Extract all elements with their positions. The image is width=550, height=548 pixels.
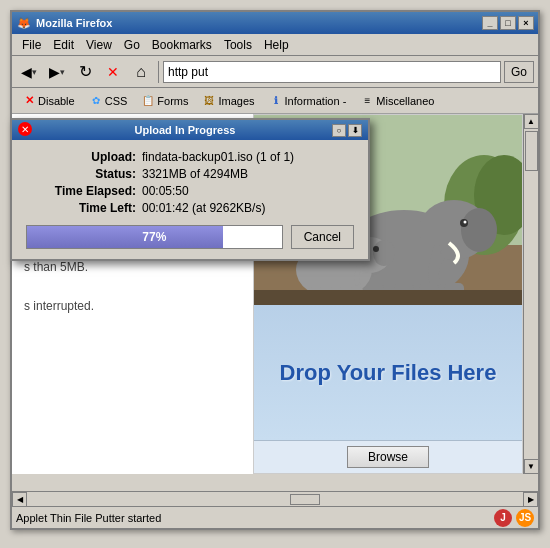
forward-button[interactable]: ▶▾ bbox=[44, 59, 70, 85]
progress-label: 77% bbox=[27, 230, 282, 244]
go-button[interactable]: Go bbox=[504, 61, 534, 83]
toolbar-separator bbox=[158, 61, 159, 83]
scroll-right-arrow[interactable]: ▶ bbox=[523, 492, 538, 507]
progress-row: 77% Cancel bbox=[26, 225, 354, 249]
svg-point-8 bbox=[464, 221, 467, 224]
menu-file[interactable]: File bbox=[16, 36, 47, 54]
menu-edit[interactable]: Edit bbox=[47, 36, 80, 54]
misc-icon: ≡ bbox=[360, 94, 374, 108]
window-controls: _ □ × bbox=[482, 16, 534, 30]
ext-disable[interactable]: ✕ Disable bbox=[16, 90, 81, 112]
svg-point-16 bbox=[373, 246, 379, 252]
scroll-thumb[interactable] bbox=[525, 131, 538, 171]
information-icon: ℹ bbox=[269, 94, 283, 108]
dialog-minimize[interactable]: ○ bbox=[332, 124, 346, 137]
close-button[interactable]: × bbox=[518, 16, 534, 30]
ext-misc[interactable]: ≡ Miscellaneo bbox=[354, 90, 440, 112]
status-row: Status: 3321MB of 4294MB bbox=[26, 167, 354, 181]
ext-images[interactable]: 🖼 Images bbox=[196, 90, 260, 112]
js-icon: JS bbox=[516, 509, 534, 527]
svg-point-15 bbox=[373, 240, 395, 266]
timeleft-label: Time Left: bbox=[26, 201, 136, 215]
address-bar: Go bbox=[163, 61, 534, 83]
toolbar: ◀▾ ▶▾ ↻ ✕ ⌂ Go bbox=[12, 56, 538, 88]
horizontal-scrollbar[interactable]: ◀ ▶ bbox=[12, 491, 538, 506]
status-value: 3321MB of 4294MB bbox=[142, 167, 248, 181]
disable-icon: ✕ bbox=[22, 94, 36, 108]
drop-text-area[interactable]: Drop Your Files Here bbox=[254, 305, 522, 440]
browse-button[interactable]: Browse bbox=[347, 446, 429, 468]
back-button[interactable]: ◀▾ bbox=[16, 59, 42, 85]
images-icon: 🖼 bbox=[202, 94, 216, 108]
browser-title: Mozilla Firefox bbox=[36, 17, 482, 29]
timeleft-row: Time Left: 00:01:42 (at 9262KB/s) bbox=[26, 201, 354, 215]
browser-icon: 🦊 bbox=[16, 15, 32, 31]
home-button[interactable]: ⌂ bbox=[128, 59, 154, 85]
dialog-title: Upload In Progress bbox=[38, 124, 332, 136]
status-text: Applet Thin File Putter started bbox=[16, 512, 490, 524]
menu-view[interactable]: View bbox=[80, 36, 118, 54]
scroll-up-arrow[interactable]: ▲ bbox=[524, 114, 539, 129]
svg-point-6 bbox=[461, 208, 497, 252]
status-label: Status: bbox=[26, 167, 136, 181]
menu-go[interactable]: Go bbox=[118, 36, 146, 54]
dialog-content: Upload: findata-backup01.iso (1 of 1) St… bbox=[12, 140, 368, 259]
forms-icon: 📋 bbox=[141, 94, 155, 108]
maximize-button[interactable]: □ bbox=[500, 16, 516, 30]
elapsed-value: 00:05:50 bbox=[142, 184, 189, 198]
progress-bar-container: 77% bbox=[26, 225, 283, 249]
ext-css[interactable]: ✿ CSS bbox=[83, 90, 134, 112]
upload-label: Upload: bbox=[26, 150, 136, 164]
upload-dialog: ✕ Upload In Progress ○ ⬇ Upload: findata… bbox=[10, 118, 370, 261]
menu-help[interactable]: Help bbox=[258, 36, 295, 54]
upload-row: Upload: findata-backup01.iso (1 of 1) bbox=[26, 150, 354, 164]
cancel-button[interactable]: Cancel bbox=[291, 225, 354, 249]
scroll-track-h bbox=[27, 493, 523, 506]
ext-information[interactable]: ℹ Information - bbox=[263, 90, 353, 112]
svg-rect-20 bbox=[254, 290, 522, 305]
elapsed-label: Time Elapsed: bbox=[26, 184, 136, 198]
scroll-down-arrow[interactable]: ▼ bbox=[524, 459, 539, 474]
java-icon: J bbox=[494, 509, 512, 527]
upload-value: findata-backup01.iso (1 of 1) bbox=[142, 150, 294, 164]
vertical-scrollbar[interactable]: ▲ ▼ bbox=[523, 114, 538, 474]
browse-button-area: Browse bbox=[254, 440, 522, 473]
menu-tools[interactable]: Tools bbox=[218, 36, 258, 54]
dialog-close-circle[interactable]: ✕ bbox=[18, 122, 32, 136]
dialog-title-bar: Upload In Progress ○ ⬇ bbox=[12, 120, 368, 140]
drop-files-label: Drop Your Files Here bbox=[280, 360, 497, 386]
menu-bookmarks[interactable]: Bookmarks bbox=[146, 36, 218, 54]
scroll-thumb-h[interactable] bbox=[290, 494, 320, 505]
browser-window: 🦊 Mozilla Firefox _ □ × File Edit View G… bbox=[10, 10, 540, 530]
ext-forms[interactable]: 📋 Forms bbox=[135, 90, 194, 112]
dialog-controls: ○ ⬇ bbox=[332, 124, 362, 137]
minimize-button[interactable]: _ bbox=[482, 16, 498, 30]
dialog-resize[interactable]: ⬇ bbox=[348, 124, 362, 137]
reload-button[interactable]: ↻ bbox=[72, 59, 98, 85]
address-input[interactable] bbox=[163, 61, 501, 83]
css-icon: ✿ bbox=[89, 94, 103, 108]
extensions-bar: ✕ Disable ✿ CSS 📋 Forms 🖼 Images ℹ Infor… bbox=[12, 88, 538, 114]
status-bar: Applet Thin File Putter started J JS bbox=[12, 506, 538, 528]
stop-button[interactable]: ✕ bbox=[100, 59, 126, 85]
text-paragraph3: s interrupted. bbox=[24, 297, 220, 316]
menu-bar: File Edit View Go Bookmarks Tools Help bbox=[12, 34, 538, 56]
elapsed-row: Time Elapsed: 00:05:50 bbox=[26, 184, 354, 198]
title-bar: 🦊 Mozilla Firefox _ □ × bbox=[12, 12, 538, 34]
timeleft-value: 00:01:42 (at 9262KB/s) bbox=[142, 201, 265, 215]
scroll-left-arrow[interactable]: ◀ bbox=[12, 492, 27, 507]
